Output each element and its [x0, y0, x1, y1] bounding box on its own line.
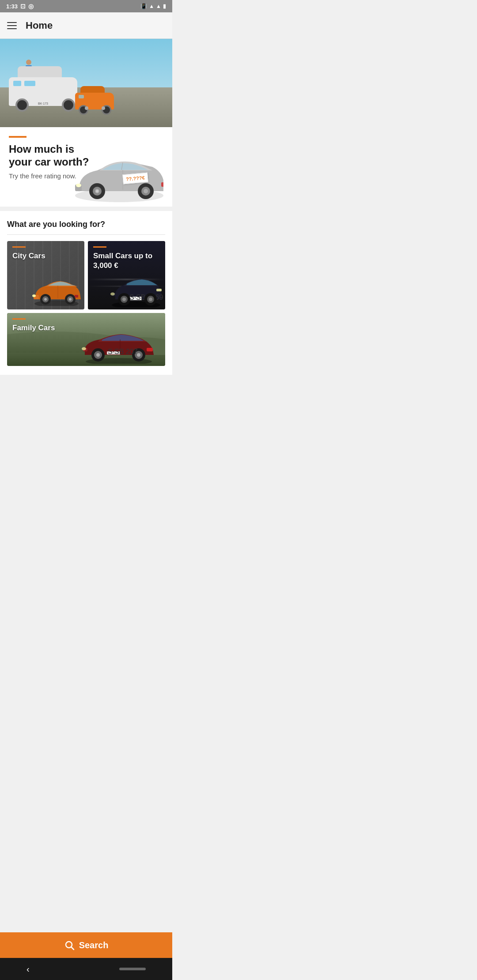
svg-point-31 — [122, 298, 126, 301]
city-cars-label: City Cars — [12, 251, 79, 261]
svg-point-3 — [76, 184, 81, 187]
family-cars-card[interactable]: Family Cars S·SB 207 — [7, 313, 165, 366]
time-display: 1:33 — [6, 3, 18, 10]
clipboard-icon: ⊡ — [20, 3, 26, 10]
svg-point-22 — [69, 298, 72, 301]
city-cars-accent — [12, 246, 26, 248]
city-car-thumbnail — [31, 275, 82, 306]
svg-point-16 — [32, 294, 36, 297]
search-icon — [64, 940, 75, 950]
svg-rect-4 — [161, 182, 163, 187]
svg-point-10 — [144, 189, 148, 193]
search-button[interactable]: Search — [0, 932, 172, 958]
svg-rect-26 — [156, 289, 162, 291]
rating-car-illustration: ??.???€ — [71, 149, 163, 207]
bottom-spacer — [0, 375, 172, 410]
svg-point-19 — [44, 298, 47, 301]
wifi-icon: ▲ — [149, 3, 154, 9]
svg-point-36 — [110, 293, 115, 296]
suv-wheel-left — [15, 98, 29, 112]
rating-car-svg — [71, 149, 163, 207]
hero-suv-car: BK·173 — [9, 74, 80, 114]
vibrate-icon: 📳 — [140, 3, 147, 9]
looking-title: What are you looking for? — [7, 220, 165, 235]
svg-point-34 — [149, 298, 152, 301]
svg-line-51 — [71, 947, 74, 950]
small-cars-card[interactable]: Small Cars up to 3,000 € S·SB 2069 — [88, 241, 165, 309]
hero-banner: BK·173 — [0, 39, 172, 127]
suv-wheel-right — [62, 98, 75, 112]
car-category-grid: City Cars — [7, 241, 165, 366]
hamburger-line-3 — [7, 28, 17, 29]
hamburger-line-2 — [7, 25, 17, 26]
svg-point-13 — [96, 190, 98, 192]
small-car-thumbnail: S·SB 2069 — [109, 272, 164, 307]
signal-icon: ▲ — [156, 3, 161, 9]
family-car-thumbnail: S·SB 207 — [81, 328, 156, 364]
looking-section: What are you looking for? City Cars — [0, 211, 172, 375]
home-indicator[interactable] — [119, 968, 146, 970]
status-bar-left: 1:33 ⊡ ◎ — [6, 3, 34, 10]
search-button-label: Search — [79, 940, 109, 950]
hamburger-line-1 — [7, 22, 17, 23]
city-cars-card[interactable]: City Cars — [7, 241, 84, 309]
status-bar-right: 📳 ▲ ▲ ▮ — [140, 3, 166, 9]
menu-button[interactable] — [7, 22, 17, 29]
rating-accent-bar — [9, 136, 26, 138]
back-button[interactable]: ‹ — [26, 964, 30, 974]
svg-rect-44 — [147, 348, 153, 351]
hero-small-car — [75, 87, 115, 116]
battery-icon: ▮ — [163, 3, 166, 9]
page-title: Home — [26, 20, 53, 31]
small-cars-accent — [93, 246, 106, 248]
bottom-navigation: ‹ — [0, 958, 172, 980]
rating-card[interactable]: How much is your car worth? Try the free… — [0, 127, 172, 207]
family-cars-accent — [12, 318, 26, 320]
svg-point-40 — [96, 353, 100, 357]
status-bar: 1:33 ⊡ ◎ 📳 ▲ ▲ ▮ — [0, 0, 172, 12]
small-cars-label: Small Cars up to 3,000 € — [93, 251, 160, 271]
person-head — [26, 60, 31, 65]
svg-text:S·SB 207: S·SB 207 — [108, 348, 138, 355]
svg-point-46 — [82, 347, 86, 351]
phone-icon: ◎ — [28, 3, 34, 10]
svg-rect-23 — [75, 295, 78, 298]
top-nav: Home — [0, 12, 172, 39]
rating-card-inner: How much is your car worth? Try the free… — [9, 136, 163, 207]
